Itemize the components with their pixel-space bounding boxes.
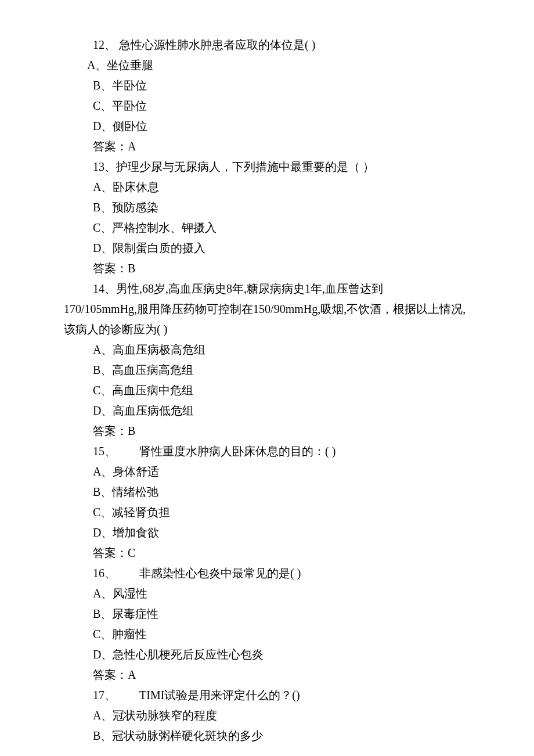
q15-stem: 15、 肾性重度水肿病人卧床休息的目的：( ) <box>64 441 470 462</box>
q15-option-a: A、身体舒适 <box>64 462 470 482</box>
q15-option-d: D、增加食欲 <box>64 523 470 543</box>
q16-option-b: B、尿毒症性 <box>64 604 470 624</box>
q16-option-d: D、急性心肌梗死后反应性心包炎 <box>64 645 470 665</box>
q12-option-b: B、半卧位 <box>64 75 470 96</box>
q15-option-c: C、减轻肾负担 <box>64 502 470 523</box>
q14-option-a: A、高血压病极高危组 <box>64 340 470 360</box>
q16-option-c: C、肿瘤性 <box>64 624 470 645</box>
q13-option-b: B、预防感染 <box>64 197 470 218</box>
q14-option-d: D、高血压病低危组 <box>64 401 470 421</box>
q15-answer: 答案：C <box>64 543 470 563</box>
q12-option-a: A、坐位垂腿 <box>64 55 470 75</box>
document-page: 12、 急性心源性肺水肿患者应取的体位是( ) A、坐位垂腿 B、半卧位 C、平… <box>0 0 534 756</box>
q16-stem: 16、 非感染性心包炎中最常见的是( ) <box>64 563 470 584</box>
q12-answer: 答案：A <box>64 136 470 157</box>
q14-stem-line1: 14、男性,68岁,高血压病史8年,糖尿病病史1年,血压曾达到 <box>64 279 470 299</box>
q17-option-a: A、冠状动脉狭窄的程度 <box>64 705 470 726</box>
q16-answer: 答案：A <box>64 665 470 685</box>
q13-answer: 答案：B <box>64 258 470 279</box>
q14-option-b: B、高血压病高危组 <box>64 360 470 380</box>
q16-option-a: A、风湿性 <box>64 584 470 604</box>
q13-option-a: A、卧床休息 <box>64 177 470 197</box>
q12-stem: 12、 急性心源性肺水肿患者应取的体位是( ) <box>64 35 470 55</box>
q14-option-c: C、高血压病中危组 <box>64 380 470 401</box>
q15-option-b: B、情绪松弛 <box>64 482 470 502</box>
q17-option-b: B、冠状动脉粥样硬化斑块的多少 <box>64 726 470 746</box>
q14-answer: 答案：B <box>64 421 470 441</box>
q14-stem-line2: 170/105mmHg,服用降压药物可控制在150/90mmHg,吸烟,不饮酒，… <box>64 299 470 340</box>
q13-option-c: C、严格控制水、钾摄入 <box>64 218 470 238</box>
q12-option-c: C、平卧位 <box>64 96 470 116</box>
q17-stem: 17、 TIMI试验是用来评定什么的？() <box>64 685 470 705</box>
q12-option-d: D、侧卧位 <box>64 116 470 136</box>
q13-option-d: D、限制蛋白质的摄入 <box>64 238 470 258</box>
q13-stem: 13、护理少尿与无尿病人，下列措施中最重要的是（ ） <box>64 157 470 177</box>
